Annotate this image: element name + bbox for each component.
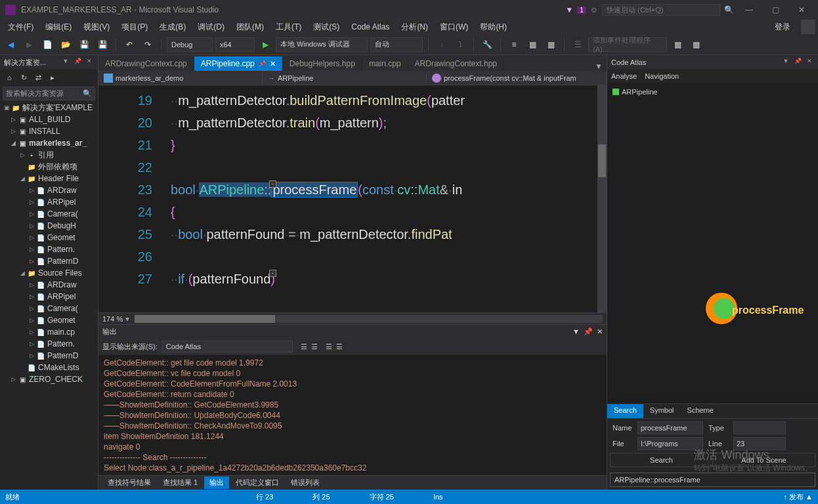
tree-ext[interactable]: 📁外部依赖项 [0, 161, 98, 173]
tree-sfile[interactable]: ▷📄Camera( [0, 303, 98, 314]
menu-project[interactable]: 项目(P) [116, 20, 153, 34]
tree-hfile[interactable]: ▷📄Pattern. [0, 243, 98, 255]
flag-icon[interactable]: ▼ [565, 5, 573, 14]
crumb-project[interactable]: markerless_ar_demo [98, 72, 263, 84]
type-input[interactable] [733, 421, 786, 434]
dropdown-icon[interactable]: ▼ [781, 58, 790, 67]
tree-sfile[interactable]: ▷📄PatternD [0, 350, 98, 362]
collapse-icon[interactable]: ▸ [46, 71, 59, 84]
toggle-icon[interactable]: ☰ [326, 343, 332, 351]
menu-test[interactable]: 测试(S) [308, 20, 345, 34]
tree-install[interactable]: ▷▣INSTALL [0, 125, 98, 137]
tree-hfile[interactable]: ▷📄DebugH [0, 220, 98, 232]
menu-file[interactable]: 文件(F) [3, 20, 39, 34]
notification-badge[interactable]: 1 [577, 7, 586, 14]
tab-findresults[interactable]: 查找结果 1 [158, 476, 203, 489]
horizontal-scrollbar[interactable] [135, 315, 603, 323]
tab-main-cpp[interactable]: main.cpp [362, 56, 408, 71]
publish-button[interactable]: ↑ 发布 ▲ [783, 492, 813, 502]
tab-codedef[interactable]: 代码定义窗口 [230, 476, 284, 489]
tab-ardrawingctx-cpp[interactable]: ARDrawingContext.cpp [98, 56, 194, 71]
save-icon[interactable]: 💾 [76, 37, 92, 52]
misc-icon[interactable]: ▦ [670, 37, 685, 52]
new-icon[interactable]: 📄 [39, 37, 55, 52]
tree-solution[interactable]: ▣📁解决方案'EXAMPLE [0, 102, 98, 114]
nav-fwd-icon[interactable]: ▶ [21, 37, 37, 52]
open-icon[interactable]: 📂 [58, 37, 74, 52]
menu-team[interactable]: 团队(M) [231, 20, 269, 34]
home-icon[interactable]: ⌂ [3, 71, 16, 84]
output-text[interactable]: GetCodeElement:: get file code model 1.9… [98, 355, 607, 475]
close-button[interactable]: ✕ [790, 1, 813, 18]
saveall-icon[interactable]: 💾 [95, 37, 110, 52]
tree-sources[interactable]: ◢📁Source Files [0, 267, 98, 279]
tree-headers[interactable]: ◢📁Header File [0, 173, 98, 184]
tab-findsymbol[interactable]: 查找符号结果 [102, 476, 156, 489]
pin-icon[interactable]: 📌 [584, 327, 593, 336]
dropdown-icon[interactable]: ▼ [61, 58, 70, 67]
menu-help[interactable]: 帮助(H) [475, 20, 512, 34]
tree-refs[interactable]: ▷▪引用 [0, 149, 98, 161]
add-handler[interactable]: 添加事件处理程序(A)... [588, 37, 667, 52]
name-input[interactable] [637, 421, 703, 434]
atlas-canvas[interactable]: ARPipeline processFrame [607, 83, 818, 404]
tab-errorlist[interactable]: 错误列表 [286, 476, 325, 489]
tree-zerocheck[interactable]: ▷▣ZERO_CHECK [0, 373, 98, 385]
atlas-tab-navigation[interactable]: Navigation [645, 72, 679, 80]
undo-icon[interactable]: ↶ [121, 37, 137, 52]
tree-hfile[interactable]: ▷📄ARPipel [0, 196, 98, 208]
maximize-button[interactable]: ▢ [764, 1, 786, 18]
tab-output[interactable]: 输出 [204, 476, 229, 489]
tree-sfile[interactable]: ▷📄Geomet [0, 314, 98, 326]
tree-sfile[interactable]: ▷📄main.cp [0, 326, 98, 338]
redo-icon[interactable]: ↷ [140, 37, 156, 52]
crumb-class[interactable]: →ARPipeline [263, 73, 427, 83]
menu-tools[interactable]: 工具(T) [270, 20, 307, 34]
zoom-dropdown-icon[interactable]: ▾ [125, 314, 129, 324]
tree-hfile[interactable]: ▷📄ARDraw [0, 184, 98, 196]
tree-sfile[interactable]: ▷📄Pattern. [0, 338, 98, 350]
sync-icon[interactable]: ⇄ [32, 71, 45, 84]
code-editor[interactable]: 192021222324252627 ··m_patternDetector.b… [98, 85, 607, 312]
misc-icon2[interactable]: ▦ [688, 37, 704, 52]
dropdown-icon[interactable]: ▼ [572, 327, 580, 336]
debugger-select[interactable]: 本地 Windows 调试器 [276, 37, 368, 52]
close-tab-icon[interactable]: ✕ [270, 60, 276, 68]
avatar-icon[interactable] [801, 20, 815, 34]
crumb-function[interactable]: processFrame(const cv::Mat & inputFram [427, 72, 607, 84]
tree-cmake[interactable]: 📄CMakeLists [0, 362, 98, 373]
menu-codeatlas[interactable]: Code Atlas [346, 21, 395, 33]
menu-view[interactable]: 视图(V) [78, 20, 115, 34]
tree-sfile[interactable]: ▷📄ARDraw [0, 279, 98, 291]
config-select[interactable]: Debug [167, 37, 213, 52]
solexp-search[interactable]: 搜索解决方案资源 🔍 [3, 87, 95, 100]
search-icon[interactable]: 🔍 [83, 89, 92, 98]
feedback-icon[interactable]: ☺ [590, 5, 598, 14]
tree-allbuild[interactable]: ▷▣ALL_BUILD [0, 114, 98, 125]
tab-dropdown-icon[interactable]: ▼ [595, 62, 603, 71]
close-icon[interactable]: ✕ [597, 327, 603, 336]
uncomment-icon[interactable]: ▦ [543, 37, 559, 52]
dtab-symbol[interactable]: Symbol [643, 404, 681, 418]
pin-icon[interactable]: 📌 [259, 60, 266, 67]
menu-build[interactable]: 生成(B) [154, 20, 191, 34]
menu-analyze[interactable]: 分析(N) [396, 20, 433, 34]
dtab-search[interactable]: Search [607, 404, 643, 418]
menu-window[interactable]: 窗口(W) [435, 20, 473, 34]
pin-icon[interactable]: 📌 [793, 58, 802, 67]
tree-markerless[interactable]: ◢▣markerless_ar_ [0, 137, 98, 149]
tree-sfile[interactable]: ▷📄ARPipel [0, 291, 98, 303]
tab-arpipeline-cpp[interactable]: ARPipeline.cpp📌✕ [194, 56, 283, 71]
close-panel-icon[interactable]: ✕ [85, 58, 94, 67]
tab-ardrawingctx-hpp[interactable]: ARDrawingContext.hpp [408, 56, 504, 71]
tree-hfile[interactable]: ▷📄PatternD [0, 255, 98, 267]
fold-icon[interactable]: - [269, 270, 276, 277]
clear-icon[interactable]: ☰ [301, 343, 307, 351]
format-icon[interactable]: ≡ [506, 37, 522, 52]
refresh-icon[interactable]: ↻ [17, 71, 30, 84]
menu-debug[interactable]: 调试(D) [192, 20, 230, 34]
tree-hfile[interactable]: ▷📄Geomet [0, 232, 98, 243]
quick-launch-input[interactable] [602, 4, 720, 16]
dtab-scheme[interactable]: Scheme [681, 404, 720, 418]
toggle-icon2[interactable]: ☰ [336, 343, 343, 351]
